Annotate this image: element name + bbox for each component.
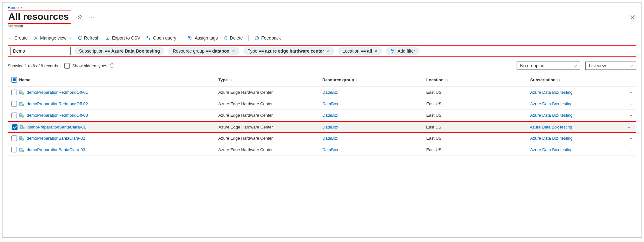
show-hidden-checkbox[interactable] [64, 63, 70, 69]
filter-pill-subscription[interactable]: Subscription == Azure Data Box testing [75, 47, 164, 55]
close-icon[interactable]: ✕ [232, 49, 235, 53]
resource-group-link[interactable]: DataBox [322, 147, 338, 152]
separator [182, 35, 182, 41]
info-icon[interactable]: i [110, 63, 114, 68]
subscription-link[interactable]: Azure Data Box testing [530, 113, 573, 118]
svg-rect-22 [21, 127, 22, 128]
table-row[interactable]: demoPreparationSantaClara-01 Azure Edge … [8, 121, 636, 133]
resource-location: East US [426, 90, 530, 95]
column-header-location[interactable]: Location↑↓ [426, 77, 530, 82]
table-row[interactable]: demoPreparationRedmondOff-03 Azure Edge … [8, 110, 636, 121]
delete-label: Delete [230, 35, 243, 40]
create-button[interactable]: Create [8, 35, 28, 41]
svg-rect-16 [20, 115, 22, 115]
grouping-dropdown[interactable]: No grouping [517, 62, 580, 70]
assign-tags-button[interactable]: Assign tags [188, 35, 218, 41]
subscription-link[interactable]: Azure Data Box testing [530, 136, 573, 141]
row-checkbox[interactable] [11, 113, 17, 118]
sort-icon: ↑↓ [34, 78, 38, 82]
page-title: All resources [8, 11, 69, 22]
feedback-button[interactable]: Feedback [254, 35, 281, 41]
resource-group-link[interactable]: DataBox [322, 90, 338, 95]
feedback-label: Feedback [261, 35, 281, 40]
row-checkbox[interactable] [12, 124, 18, 130]
subscription-link[interactable]: Azure Data Box testing [530, 147, 573, 152]
resource-icon [19, 90, 24, 95]
close-icon [630, 15, 635, 20]
row-checkbox[interactable] [11, 101, 17, 106]
row-more-button[interactable]: ··· [626, 136, 635, 141]
row-checkbox[interactable] [11, 136, 17, 141]
resource-group-link[interactable]: DataBox [322, 125, 338, 129]
table-row[interactable]: demoPreparationSantaClara-02 Azure Edge … [8, 133, 636, 144]
breadcrumb-home[interactable]: Home [8, 5, 19, 10]
export-csv-button[interactable]: Export to CSV [105, 35, 140, 41]
more-button[interactable]: ··· [88, 14, 96, 21]
column-header-subscription[interactable]: Subscription↑↓ [530, 77, 626, 82]
search-input[interactable] [10, 47, 71, 55]
row-more-button[interactable]: ··· [625, 125, 634, 129]
select-all-checkbox[interactable] [11, 77, 17, 83]
resource-name-link[interactable]: demoPreparationRedmondOff-02 [27, 101, 88, 106]
table-row[interactable]: demoPreparationSantaClara-03 Azure Edge … [8, 144, 636, 156]
feedback-icon [254, 36, 259, 40]
svg-rect-7 [20, 93, 22, 93]
resource-name-link[interactable]: demoPreparationSantaClara-01 [27, 125, 86, 129]
svg-rect-31 [20, 149, 22, 150]
row-checkbox[interactable] [11, 147, 17, 152]
resource-name-link[interactable]: demoPreparationRedmondOff-03 [27, 113, 88, 118]
add-filter-button[interactable]: Add filter [386, 47, 419, 55]
resource-location: East US [426, 113, 530, 118]
resource-icon [19, 101, 24, 106]
row-more-button[interactable]: ··· [626, 113, 635, 118]
subscription-link[interactable]: Azure Data Box testing [530, 101, 573, 106]
svg-rect-5 [20, 91, 22, 92]
column-header-resource-group[interactable]: Resource group↑↓ [322, 77, 426, 82]
refresh-icon [77, 36, 82, 40]
row-more-button[interactable]: ··· [626, 101, 635, 106]
resource-group-link[interactable]: DataBox [322, 101, 338, 106]
filter-pill-location[interactable]: Location == all ✕ [338, 47, 383, 55]
svg-rect-30 [20, 149, 22, 149]
open-query-button[interactable]: Open query [146, 35, 176, 41]
filter-bar: Subscription == Azure Data Box testing R… [10, 47, 634, 55]
row-checkbox[interactable] [11, 90, 17, 95]
view-dropdown[interactable]: List view [585, 62, 636, 70]
resource-type: Azure Edge Hardware Center [218, 147, 322, 152]
svg-rect-20 [21, 126, 22, 126]
refresh-button[interactable]: Refresh [77, 35, 100, 41]
manage-view-button[interactable]: Manage view [33, 35, 72, 41]
subscription-link[interactable]: Azure Data Box testing [530, 90, 573, 95]
resource-grid: Name↑↓ Type↑↓ Resource group↑↓ Location↑… [8, 73, 636, 156]
subscription-link[interactable]: Azure Data Box testing [530, 125, 572, 129]
resource-name-link[interactable]: demoPreparationSantaClara-02 [27, 136, 85, 141]
query-icon [146, 36, 151, 40]
svg-rect-11 [20, 103, 22, 104]
resource-group-link[interactable]: DataBox [322, 136, 338, 141]
assign-tags-label: Assign tags [195, 35, 218, 40]
row-more-button[interactable]: ··· [626, 90, 635, 95]
svg-rect-10 [20, 103, 22, 103]
table-row[interactable]: demoPreparationRedmondOff-01 Azure Edge … [8, 87, 636, 98]
create-label: Create [14, 35, 28, 40]
close-button[interactable] [629, 13, 636, 21]
chevron-down-icon [68, 35, 72, 40]
column-header-type[interactable]: Type↑↓ [218, 77, 322, 82]
resource-name-link[interactable]: demoPreparationRedmondOff-01 [27, 90, 88, 95]
download-icon [105, 36, 110, 40]
close-icon[interactable]: ✕ [375, 49, 378, 53]
resource-location: East US [426, 101, 530, 106]
delete-button[interactable]: Delete [224, 35, 243, 41]
row-more-button[interactable]: ··· [626, 147, 635, 152]
pin-button[interactable] [76, 13, 83, 21]
filter-pill-type[interactable]: Type == azure edge hardware center ✕ [243, 47, 334, 55]
column-header-name[interactable]: Name↑↓ [19, 77, 218, 82]
filter-pill-resource-group[interactable]: Resource group == databox ✕ [168, 47, 239, 55]
close-icon[interactable]: ✕ [327, 49, 330, 53]
resource-name-link[interactable]: demoPreparationSantaClara-03 [27, 147, 85, 152]
resource-group-link[interactable]: DataBox [322, 113, 338, 118]
open-query-label: Open query [153, 35, 176, 40]
resource-location: East US [426, 136, 530, 141]
table-row[interactable]: demoPreparationRedmondOff-02 Azure Edge … [8, 98, 636, 110]
tag-icon [188, 36, 193, 40]
